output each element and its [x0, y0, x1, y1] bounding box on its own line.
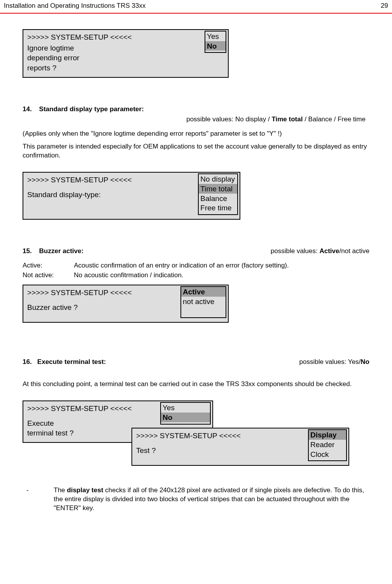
lcd-panel-display-type: >>>>> SYSTEM-SETUP <<<<< Standard displa…: [23, 172, 240, 220]
lcd-line: Test ?: [136, 446, 308, 456]
definition-not-active: Not active: No acoustic confitrmation / …: [23, 271, 369, 280]
possible-values-14: possible values: No display / Time total…: [23, 115, 369, 124]
lcd-line: Execute: [27, 418, 160, 428]
lcd-title: >>>>> SYSTEM-SETUP <<<<<: [27, 288, 180, 298]
section-number: 15.: [23, 247, 32, 255]
section-number: 14.: [23, 105, 32, 113]
definition-active: Active: Acoustic confirmation of an entr…: [23, 261, 369, 270]
lcd-option-display[interactable]: Display: [309, 430, 346, 440]
section-14-para1: (Applies only when the "Ignore logtime d…: [23, 129, 369, 138]
display-test-bullet: - The display test checks if all of the …: [23, 486, 369, 513]
lcd-line: depending error: [27, 53, 205, 63]
lcd-option-clock[interactable]: Clock: [309, 449, 346, 459]
lcd-options: Active not active: [180, 286, 226, 318]
def-label: Not active:: [23, 271, 74, 280]
page-content: >>>>> SYSTEM-SETUP <<<<< Ignore logtime …: [0, 14, 392, 517]
header-title: Installation and Operating Instructions …: [4, 2, 145, 10]
lcd-options: No display Time total Balance Free time: [198, 173, 238, 215]
lcd-option-no[interactable]: No: [205, 41, 226, 51]
section-16-para1: At this concluding point, a terminal tes…: [23, 380, 369, 389]
section-number: 16.: [23, 358, 32, 365]
def-value: No acoustic confitrmation / indication.: [74, 271, 369, 280]
bullet-dash: -: [23, 486, 54, 513]
lcd-options: Display Reader Clock: [308, 429, 347, 461]
lcd-title: >>>>> SYSTEM-SETUP <<<<<: [27, 32, 205, 42]
lcd-option-time-total[interactable]: Time total: [199, 184, 237, 194]
lcd-text: >>>>> SYSTEM-SETUP <<<<< Ignore logtime …: [27, 32, 205, 73]
lcd-option-yes[interactable]: Yes: [161, 403, 210, 413]
lcd-panel-test-choice: >>>>> SYSTEM-SETUP <<<<< Test ? Display …: [131, 428, 349, 466]
lcd-option-active[interactable]: Active: [181, 287, 226, 297]
section-title: Buzzer active:: [39, 247, 84, 255]
lcd-option-no[interactable]: No: [161, 413, 210, 422]
lcd-line: Ignore logtime: [27, 43, 205, 53]
section-16-header: 16. Execute terminal test: possible valu…: [23, 358, 369, 367]
section-title: Execute terminal test:: [37, 358, 106, 365]
lcd-option-not-active[interactable]: not active: [181, 297, 226, 306]
lcd-line: Standard display-type:: [27, 190, 198, 200]
section-15-header: 15. Buzzer active: possible values: Acti…: [23, 247, 369, 256]
section-title: Standard display type parameter:: [39, 105, 144, 113]
lcd-option-no-display[interactable]: No display: [199, 174, 237, 184]
lcd-title: >>>>> SYSTEM-SETUP <<<<<: [27, 175, 198, 185]
lcd-option-yes[interactable]: Yes: [205, 31, 226, 41]
possible-values-15: possible values: Active/not active: [271, 247, 369, 256]
possible-values-16: possible values: Yes/No: [299, 358, 369, 367]
page-header: Installation and Operating Instructions …: [0, 0, 392, 14]
lcd-option-free-time[interactable]: Free time: [199, 203, 237, 213]
def-label: Active:: [23, 261, 74, 270]
lcd-title: >>>>> SYSTEM-SETUP <<<<<: [27, 404, 160, 414]
section-14-header: 14. Standard display type parameter:: [23, 105, 369, 114]
lcd-text: >>>>> SYSTEM-SETUP <<<<< Standard displa…: [27, 175, 198, 199]
lcd-panel-ignore-logtime: >>>>> SYSTEM-SETUP <<<<< Ignore logtime …: [23, 29, 229, 78]
lcd-text: >>>>> SYSTEM-SETUP <<<<< Test ?: [136, 431, 308, 455]
bullet-text: The display test checks if all of the 24…: [54, 486, 369, 513]
lcd-panel-buzzer: >>>>> SYSTEM-SETUP <<<<< Buzzer active ?…: [23, 285, 229, 323]
lcd-option-balance[interactable]: Balance: [199, 194, 237, 203]
def-value: Acoustic confirmation of an entry or ind…: [74, 261, 369, 270]
section-14-para2: This parameter is intended especially fo…: [23, 142, 369, 160]
lcd-text: >>>>> SYSTEM-SETUP <<<<< Buzzer active ?: [27, 288, 180, 312]
lcd-line: Buzzer active ?: [27, 302, 180, 313]
lcd-options: Yes No: [205, 31, 226, 53]
lcd-line: reports ?: [27, 63, 205, 73]
terminal-test-panels: >>>>> SYSTEM-SETUP <<<<< Execute termina…: [23, 400, 357, 478]
lcd-option-reader[interactable]: Reader: [309, 440, 346, 449]
lcd-title: >>>>> SYSTEM-SETUP <<<<<: [136, 431, 308, 441]
lcd-options: Yes No: [160, 402, 211, 425]
page-number: 29: [381, 2, 388, 10]
